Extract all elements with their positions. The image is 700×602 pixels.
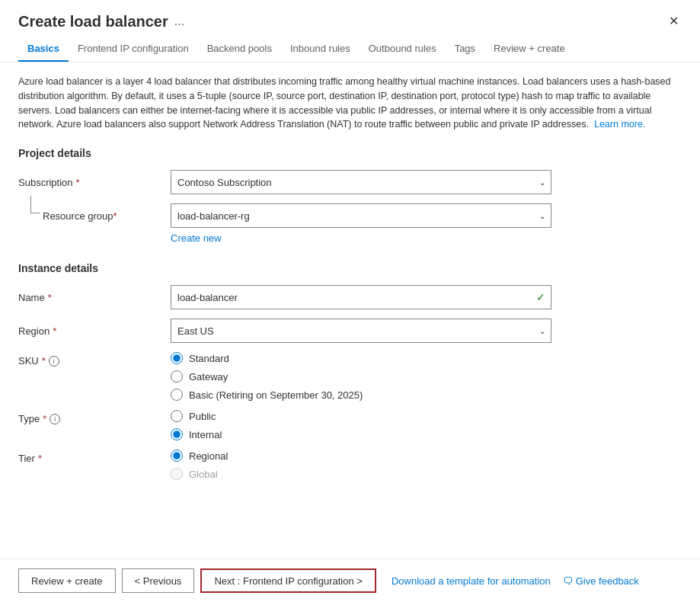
region-required-star: * bbox=[53, 325, 56, 337]
title-row: Create load balancer ... bbox=[18, 13, 184, 30]
type-row: Type * i Public Internal bbox=[18, 410, 682, 440]
tier-global-label: Global bbox=[189, 469, 218, 480]
create-load-balancer-dialog: Create load balancer ... ✕ Basics Fronte… bbox=[0, 0, 700, 602]
sku-row: SKU * i Standard Gateway Basic bbox=[18, 352, 682, 401]
subscription-label: Subscription * bbox=[18, 177, 171, 188]
resource-group-required-star: * bbox=[113, 210, 117, 222]
name-label: Name * bbox=[18, 292, 171, 303]
sku-standard-label: Standard bbox=[189, 353, 229, 364]
region-select[interactable]: East US bbox=[171, 319, 551, 343]
dialog-title: Create load balancer bbox=[18, 13, 168, 30]
sku-standard-option[interactable]: Standard bbox=[171, 352, 551, 364]
tab-backend-pools[interactable]: Backend pools bbox=[198, 37, 281, 62]
region-select-wrapper: East US ⌄ bbox=[171, 319, 551, 343]
subscription-select-wrapper: Contoso Subscription ⌄ bbox=[171, 170, 551, 194]
description-text: Azure load balancer is a layer 4 load ba… bbox=[18, 75, 682, 132]
feedback-icon: 🗨 bbox=[563, 575, 573, 587]
type-internal-option[interactable]: Internal bbox=[171, 428, 551, 440]
resource-group-label: Resource group bbox=[43, 210, 113, 222]
type-internal-radio[interactable] bbox=[171, 428, 183, 440]
tab-inbound-rules[interactable]: Inbound rules bbox=[281, 37, 360, 62]
next-button[interactable]: Next : Frontend IP configuration > bbox=[200, 568, 376, 593]
sku-basic-label: Basic (Retiring on September 30, 2025) bbox=[189, 389, 363, 401]
tier-required-star: * bbox=[38, 453, 42, 464]
sku-basic-radio[interactable] bbox=[171, 389, 183, 401]
type-required-star: * bbox=[43, 413, 46, 424]
name-input[interactable] bbox=[171, 285, 551, 309]
type-info-icon[interactable]: i bbox=[50, 414, 60, 424]
sku-gateway-option[interactable]: Gateway bbox=[171, 370, 551, 383]
sku-gateway-radio[interactable] bbox=[171, 370, 183, 383]
previous-button[interactable]: < Previous bbox=[122, 568, 195, 593]
tab-review-create[interactable]: Review + create bbox=[484, 37, 574, 62]
tier-regional-label: Regional bbox=[189, 450, 228, 462]
subscription-required-star: * bbox=[76, 177, 80, 188]
create-new-row: Create new bbox=[18, 231, 682, 244]
resource-group-select-wrapper: load-balancer-rg ⌄ bbox=[171, 203, 551, 228]
tier-global-radio bbox=[171, 468, 183, 480]
instance-details-section: Instance details Name * ✓ Region * bbox=[18, 262, 682, 480]
tier-row: Tier * Regional Global bbox=[18, 450, 682, 480]
create-new-link[interactable]: Create new bbox=[171, 232, 221, 244]
dialog-content: Azure load balancer is a layer 4 load ba… bbox=[0, 62, 700, 559]
close-button[interactable]: ✕ bbox=[666, 12, 682, 30]
download-template-link[interactable]: Download a template for automation bbox=[392, 575, 551, 587]
sku-info-icon[interactable]: i bbox=[49, 356, 59, 367]
tab-outbound-rules[interactable]: Outbound rules bbox=[360, 37, 446, 62]
subscription-row: Subscription * Contoso Subscription ⌄ bbox=[18, 170, 682, 194]
feedback-label[interactable]: Give feedback bbox=[576, 575, 639, 587]
give-feedback-link[interactable]: 🗨 Give feedback bbox=[563, 575, 639, 587]
tier-label: Tier * bbox=[18, 453, 171, 464]
tier-radio-group: Regional Global bbox=[171, 450, 551, 480]
dialog-header: Create load balancer ... ✕ bbox=[0, 0, 700, 30]
resource-group-row: Resource group * load-balancer-rg ⌄ bbox=[18, 203, 682, 228]
tier-regional-option[interactable]: Regional bbox=[171, 450, 551, 462]
tier-regional-radio[interactable] bbox=[171, 450, 183, 462]
name-required-star: * bbox=[48, 292, 52, 303]
type-radio-group: Public Internal bbox=[171, 410, 551, 440]
review-create-button[interactable]: Review + create bbox=[18, 568, 116, 593]
type-label: Type * i bbox=[18, 413, 171, 424]
project-details-title: Project details bbox=[18, 147, 682, 159]
type-public-option[interactable]: Public bbox=[171, 410, 551, 422]
dialog-ellipsis-menu[interactable]: ... bbox=[174, 14, 184, 28]
name-row: Name * ✓ bbox=[18, 285, 682, 309]
sku-radio-group: Standard Gateway Basic (Retiring on Sept… bbox=[171, 352, 551, 401]
name-check-icon: ✓ bbox=[536, 291, 545, 303]
tab-frontend-ip[interactable]: Frontend IP configuration bbox=[69, 37, 198, 62]
type-public-radio[interactable] bbox=[171, 410, 183, 422]
project-details-section: Project details Subscription * Contoso S… bbox=[18, 147, 682, 244]
region-label: Region * bbox=[18, 325, 171, 337]
tier-global-option: Global bbox=[171, 468, 551, 480]
tab-tags[interactable]: Tags bbox=[446, 37, 484, 62]
region-row: Region * East US ⌄ bbox=[18, 319, 682, 343]
tab-basics[interactable]: Basics bbox=[18, 37, 69, 62]
name-input-wrapper: ✓ bbox=[171, 285, 551, 309]
type-public-label: Public bbox=[189, 411, 216, 422]
sku-required-star: * bbox=[42, 355, 46, 367]
sku-gateway-label: Gateway bbox=[189, 371, 228, 383]
type-internal-label: Internal bbox=[189, 429, 222, 440]
subscription-select[interactable]: Contoso Subscription bbox=[171, 170, 551, 194]
tree-indent-icon bbox=[18, 205, 43, 226]
resource-group-select[interactable]: load-balancer-rg bbox=[171, 203, 551, 228]
tabs-bar: Basics Frontend IP configuration Backend… bbox=[0, 37, 700, 62]
sku-basic-option[interactable]: Basic (Retiring on September 30, 2025) bbox=[171, 389, 551, 401]
dialog-footer: Review + create < Previous Next : Fronte… bbox=[0, 559, 700, 602]
instance-details-title: Instance details bbox=[18, 262, 682, 274]
learn-more-link[interactable]: Learn more. bbox=[594, 119, 645, 130]
sku-label: SKU * i bbox=[18, 355, 171, 367]
sku-standard-radio[interactable] bbox=[171, 352, 183, 364]
